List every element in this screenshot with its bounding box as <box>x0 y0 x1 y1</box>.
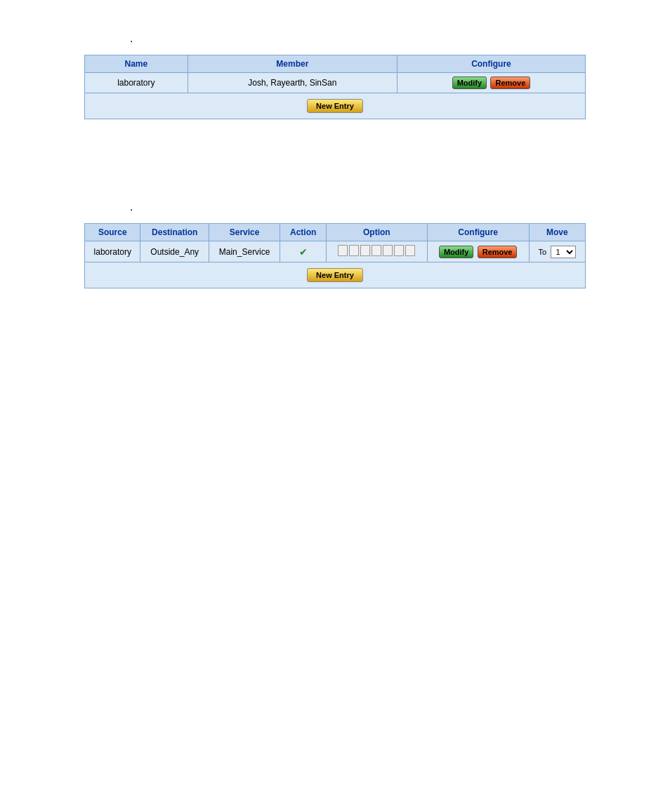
row-configure: Modify Remove <box>397 73 585 93</box>
col-name-header: Name <box>85 55 188 73</box>
table-row: laboratory Josh, Rayearth, SinSan Modify… <box>85 73 586 93</box>
policy-rules-table: Source Destination Service Action Option… <box>84 223 586 288</box>
action-checkmark: ✔ <box>299 246 308 258</box>
option-box-1 <box>338 245 348 256</box>
policy-new-entry-button[interactable]: New Entry <box>307 268 363 282</box>
new-entry-cell: New Entry <box>85 93 586 119</box>
col-configure-header: Configure <box>397 55 585 73</box>
col-source-header: Source <box>85 224 140 241</box>
col-move-header: Move <box>529 224 585 241</box>
address-groups-table: Name Member Configure laboratory Josh, R… <box>84 55 586 119</box>
row-source: laboratory <box>85 241 140 262</box>
option-box-2 <box>349 245 359 256</box>
section2: Source Destination Service Action Option… <box>84 223 586 288</box>
col-option-header: Option <box>327 224 427 241</box>
col-service-header: Service <box>209 224 280 241</box>
row-move: To 1 2 3 <box>529 241 585 262</box>
new-entry-row: New Entry <box>85 93 586 119</box>
section1: Name Member Configure laboratory Josh, R… <box>84 55 586 119</box>
policy-new-entry-row: New Entry <box>85 262 586 288</box>
page-container: · Name Member Configure laboratory Josh,… <box>0 0 670 812</box>
col-action-header: Action <box>280 224 327 241</box>
move-select[interactable]: 1 2 3 <box>551 246 576 258</box>
row-option <box>327 241 427 262</box>
remove-button[interactable]: Remove <box>490 76 530 89</box>
row-destination: Outside_Any <box>140 241 209 262</box>
option-box-4 <box>372 245 381 256</box>
policy-modify-button[interactable]: Modify <box>439 246 473 258</box>
move-to-label: To <box>538 248 546 256</box>
new-entry-button[interactable]: New Entry <box>307 99 363 113</box>
modify-button[interactable]: Modify <box>452 76 487 89</box>
col-configure-header: Configure <box>427 224 529 241</box>
option-box-7 <box>405 245 415 256</box>
row-configure: Modify Remove <box>427 241 529 262</box>
row-member: Josh, Rayearth, SinSan <box>188 73 397 93</box>
bullet1: · <box>130 35 133 47</box>
option-boxes <box>338 245 415 256</box>
policy-remove-button[interactable]: Remove <box>478 246 518 258</box>
section1-bullet: · <box>130 35 670 48</box>
bullet2: · <box>130 204 133 215</box>
col-member-header: Member <box>188 55 397 73</box>
row-action: ✔ <box>280 241 327 262</box>
row-service: Main_Service <box>209 241 280 262</box>
section2-bullet: · <box>130 204 670 216</box>
policy-table-row: laboratory Outside_Any Main_Service ✔ <box>85 241 586 262</box>
option-box-6 <box>394 245 404 256</box>
row-name: laboratory <box>85 73 188 93</box>
col-destination-header: Destination <box>140 224 209 241</box>
policy-new-entry-cell: New Entry <box>85 262 586 288</box>
option-box-3 <box>360 245 370 256</box>
option-box-5 <box>383 245 393 256</box>
